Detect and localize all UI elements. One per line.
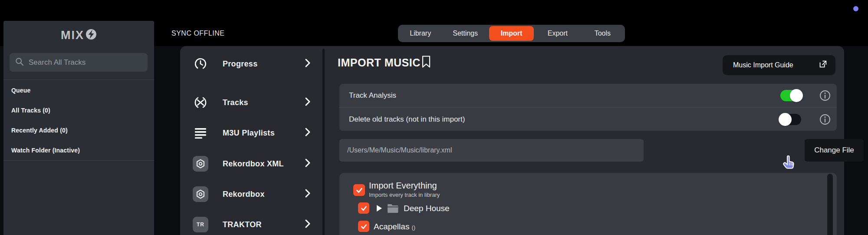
search-input[interactable]: Search All Tracks [10, 53, 148, 72]
music-import-guide-button[interactable]: Music Import Guide [723, 55, 835, 75]
setting-row-delete-old-tracks: Delete old tracks (not in this import) [339, 108, 837, 131]
chevron-right-icon [305, 158, 311, 169]
tab-tools[interactable]: Tools [580, 25, 625, 42]
file-path-value: /Users/Me/Music/Music/library.xml [347, 146, 452, 154]
import-nav-label: Rekordbox [223, 190, 265, 199]
rekordbox-icon [193, 186, 208, 202]
import-nav-label: TRAKTOR [223, 220, 262, 229]
info-icon[interactable] [819, 114, 831, 125]
chevron-right-icon [305, 219, 311, 230]
bookmark-icon[interactable] [421, 55, 431, 70]
import-nav-label: Progress [223, 60, 257, 69]
main-nav-tabbar: Library Settings Import Export Tools [398, 25, 625, 42]
external-link-icon [818, 60, 828, 71]
mouse-cursor-pointer [782, 155, 796, 172]
import-nav-item-rekordbox-xml[interactable]: Rekordbox XML [189, 154, 319, 173]
search-placeholder: Search All Tracks [29, 58, 85, 67]
traktor-icon: TR [193, 217, 208, 232]
logo-text: MIX [61, 29, 84, 42]
file-path-field[interactable]: /Users/Me/Music/Music/library.xml [339, 139, 644, 162]
setting-row-track-analysis: Track Analysis [339, 84, 837, 107]
tree-scrollbar[interactable] [827, 174, 833, 235]
import-everything-checkbox[interactable] [353, 184, 365, 196]
setting-label: Track Analysis [349, 91, 396, 100]
search-icon [15, 57, 24, 68]
sidebar-item-recently-added[interactable]: Recently Added (0) [3, 120, 154, 140]
file-selection-row: /Users/Me/Music/Music/library.xml Change… [339, 139, 837, 162]
import-nav-label: Tracks [223, 98, 248, 107]
change-file-button[interactable]: Change File [805, 139, 864, 162]
import-everything-description: Imports every track in library [369, 192, 440, 198]
notification-dot [853, 6, 858, 11]
tab-export[interactable]: Export [535, 25, 580, 42]
chevron-right-icon [305, 189, 311, 200]
import-nav-item-m3u-playlists[interactable]: M3U Playlists [189, 123, 319, 142]
import-nav-item-rekordbox[interactable]: Rekordbox [189, 185, 319, 204]
expand-caret-icon[interactable] [376, 205, 382, 214]
tab-settings[interactable]: Settings [443, 25, 487, 42]
deep-house-label[interactable]: Deep House [404, 204, 450, 213]
import-nav-item-progress[interactable]: Progress [189, 54, 319, 73]
guide-button-label: Music Import Guide [733, 61, 793, 69]
clock-icon [193, 56, 208, 72]
chevron-right-icon [305, 58, 311, 70]
tracks-icon [193, 95, 208, 110]
folder-icon [387, 204, 398, 215]
setting-label: Delete old tracks (not in this import) [349, 115, 465, 124]
import-nav-label: Rekordbox XML [223, 159, 284, 169]
rekordbox-icon [193, 156, 208, 172]
sidebar-divider [3, 79, 154, 80]
acapellas-checkbox[interactable] [358, 221, 369, 232]
sidebar-item-queue[interactable]: Queue [3, 80, 154, 100]
logo-bolt-icon [85, 29, 97, 42]
import-everything-label: Import Everything [369, 181, 437, 191]
sidebar-item-all-tracks[interactable]: All Tracks (0) [3, 100, 154, 120]
chevron-right-icon [305, 97, 311, 108]
tab-library[interactable]: Library [398, 25, 443, 42]
tab-import[interactable]: Import [489, 26, 534, 41]
import-nav-label: M3U Playlists [223, 129, 275, 138]
subnav-scrollbar[interactable] [322, 49, 325, 235]
playlist-icon [193, 125, 208, 141]
import-settings-panel: Track Analysis Delete old tracks (not in… [339, 84, 837, 131]
import-panel: Progress Tracks [180, 46, 844, 235]
info-icon[interactable] [819, 90, 831, 101]
acapellas-label[interactable]: Acapellas() [374, 222, 415, 232]
deep-house-checkbox[interactable] [358, 202, 369, 214]
sync-status: SYNC OFFLINE [171, 30, 224, 37]
acapellas-count: () [411, 224, 415, 231]
library-sidebar: MIX Search All Tracks Queue All Tracks (… [3, 21, 154, 235]
import-tree-panel: Import Everything Imports every track in… [339, 173, 837, 235]
chevron-right-icon [305, 127, 311, 139]
delete-old-tracks-toggle[interactable] [780, 114, 801, 125]
sidebar-divider [3, 160, 154, 161]
track-analysis-toggle[interactable] [780, 90, 801, 101]
app-window: SYNC OFFLINE Library Settings Import Exp… [0, 0, 868, 235]
page-title: IMPORT MUSIC [338, 56, 421, 69]
import-nav-item-tracks[interactable]: Tracks [189, 93, 319, 112]
mixo-logo: MIX [3, 29, 154, 42]
sidebar-item-watch-folder[interactable]: Watch Folder (Inactive) [3, 140, 154, 160]
import-nav-item-traktor[interactable]: TR TRAKTOR [189, 215, 319, 234]
